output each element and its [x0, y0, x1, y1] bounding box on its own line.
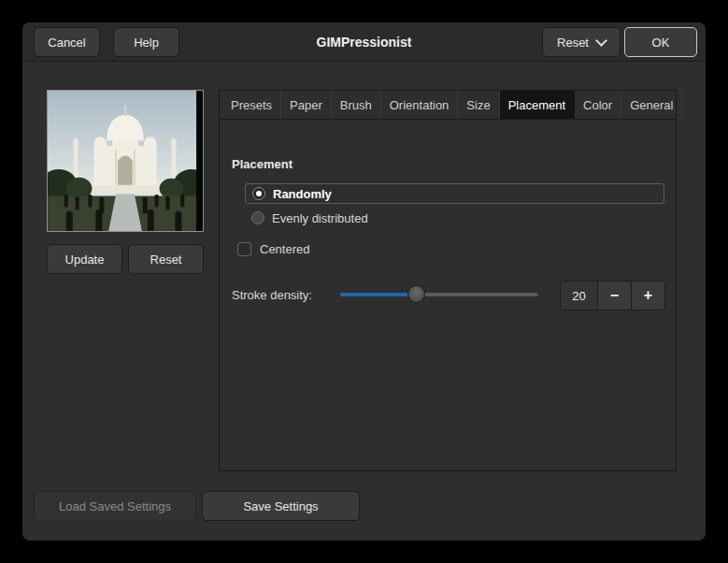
radio-selected-icon	[252, 187, 265, 200]
update-button[interactable]: Update	[47, 244, 122, 274]
preview-reset-button[interactable]: Reset	[128, 244, 204, 274]
reset-dropdown-button[interactable]: Reset	[542, 27, 621, 57]
centered-checkbox-row[interactable]: Centered	[237, 242, 309, 256]
ok-label: OK	[652, 36, 670, 50]
load-saved-settings-label: Load Saved Settings	[59, 499, 171, 513]
gimpressionist-dialog: Cancel Help GIMPressionist Reset OK	[22, 22, 706, 541]
preview-reset-label: Reset	[150, 253, 182, 267]
radio-randomly-label: Randomly	[273, 187, 332, 201]
titlebar: Cancel Help GIMPressionist Reset OK	[22, 22, 706, 62]
radio-option-evenly-distributed[interactable]: Evenly distributed	[245, 208, 664, 228]
tab-placement[interactable]: Placement	[500, 91, 575, 119]
preview-frame	[47, 90, 204, 232]
placement-panel: Placement Randomly Evenly distributed Ce…	[220, 120, 676, 471]
settings-notebook: Presets Paper Brush Orientation Size Pla…	[219, 90, 677, 471]
radio-option-randomly[interactable]: Randomly	[245, 183, 664, 204]
stroke-density-spinbox: 20 − +	[560, 281, 665, 310]
checkbox-icon[interactable]	[237, 242, 251, 256]
stroke-density-slider[interactable]	[340, 293, 538, 296]
update-label: Update	[65, 253, 105, 267]
ok-button[interactable]: OK	[624, 27, 697, 57]
reset-label: Reset	[557, 36, 589, 50]
slider-fill	[340, 293, 417, 296]
tab-color[interactable]: Color	[575, 91, 621, 119]
radio-evenly-label: Evenly distributed	[272, 211, 368, 225]
save-settings-button[interactable]: Save Settings	[202, 491, 360, 521]
chevron-down-icon	[595, 35, 607, 47]
slider-handle[interactable]	[407, 285, 425, 303]
tab-general[interactable]: General	[621, 91, 682, 119]
save-settings-label: Save Settings	[243, 499, 318, 513]
decrement-button[interactable]: −	[597, 282, 631, 310]
radio-unselected-icon	[251, 211, 264, 224]
increment-button[interactable]: +	[631, 282, 664, 310]
placement-heading: Placement	[232, 157, 293, 171]
stroke-density-label: Stroke density:	[232, 288, 312, 302]
preview-image	[48, 91, 203, 231]
tab-presets[interactable]: Presets	[222, 91, 281, 119]
stroke-density-value[interactable]: 20	[561, 282, 597, 310]
tab-brush[interactable]: Brush	[332, 91, 381, 119]
tab-size[interactable]: Size	[458, 91, 499, 119]
tab-bar: Presets Paper Brush Orientation Size Pla…	[220, 91, 676, 120]
centered-label: Centered	[260, 242, 309, 256]
tab-orientation[interactable]: Orientation	[381, 91, 459, 119]
tab-paper[interactable]: Paper	[281, 91, 332, 119]
load-saved-settings-button[interactable]: Load Saved Settings	[34, 491, 196, 521]
